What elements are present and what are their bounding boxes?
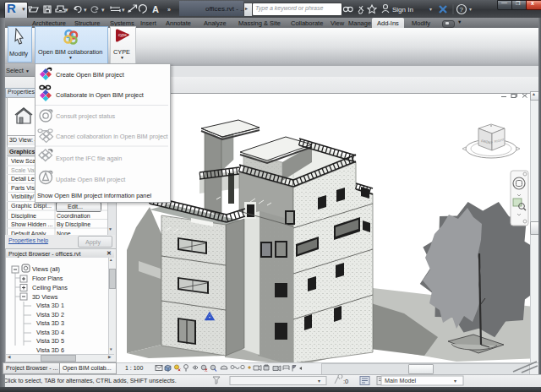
svg-text:»: » [167,7,171,13]
svg-text:A: A [152,4,159,14]
svg-text:▾: ▾ [318,378,320,384]
svg-text:▾: ▾ [101,7,105,13]
svg-text:▾: ▾ [429,7,432,12]
svg-text:▾: ▾ [122,7,125,13]
svg-text:Main Model: Main Model [385,377,417,384]
svg-text:Sign In: Sign In [392,6,413,14]
svg-text:cype: cype [118,33,127,37]
svg-text:▾: ▾ [84,7,87,13]
svg-text:▾: ▾ [65,7,68,13]
svg-text::0: :0 [343,378,348,385]
svg-text:▾: ▾ [469,7,472,12]
svg-text:?: ? [460,6,464,14]
svg-text:▾: ▾ [454,378,456,384]
